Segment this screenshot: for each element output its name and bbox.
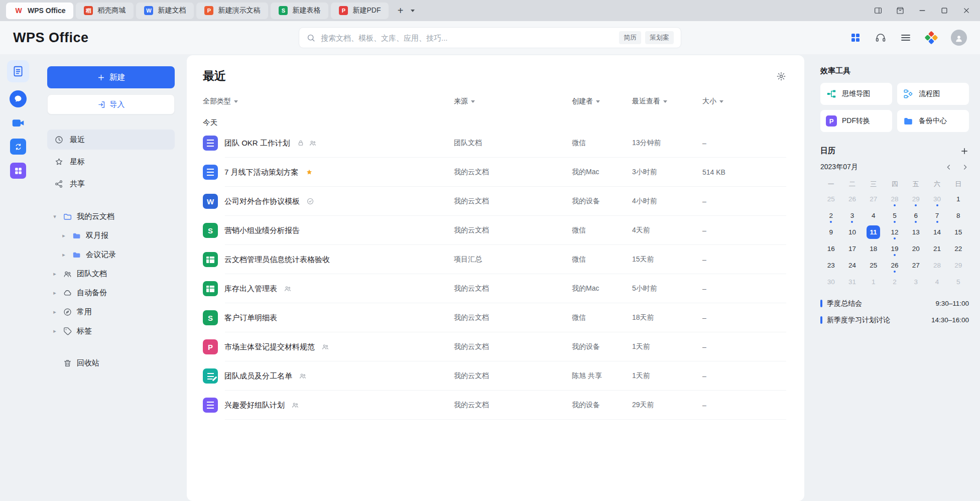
- calendar-day[interactable]: 25: [820, 191, 841, 207]
- rail-item-meetings[interactable]: [11, 115, 26, 131]
- filter-dropdown[interactable]: 最近查看: [632, 97, 702, 106]
- file-row[interactable]: W 公司对外合作协议模板 我的云文档 我的设备 4小时前 –: [203, 187, 786, 216]
- file-row[interactable]: S 客户订单明细表 我的云文档 微信 18天前 –: [203, 303, 786, 332]
- wps-pinwheel-icon[interactable]: [925, 31, 938, 44]
- search-input[interactable]: [321, 34, 614, 42]
- window-tab[interactable]: 稻 稻壳商城: [76, 3, 134, 19]
- file-row[interactable]: 云文档管理员信息统计表格验收 项目汇总 微信 15天前 –: [203, 245, 786, 274]
- sidebar-tree-item[interactable]: 标签: [47, 321, 175, 340]
- calendar-day[interactable]: 7: [926, 207, 947, 224]
- tool-tile[interactable]: 备份中心: [897, 110, 969, 132]
- apps-grid-icon[interactable]: [849, 32, 862, 44]
- close-icon[interactable]: [962, 6, 971, 15]
- sidebar-item-trash[interactable]: 回收站: [47, 353, 175, 372]
- calendar-day[interactable]: 13: [905, 224, 926, 240]
- filter-dropdown[interactable]: 大小: [702, 97, 786, 106]
- calendar-day[interactable]: 10: [841, 224, 863, 240]
- calendar-day[interactable]: 30: [926, 191, 947, 207]
- minimize-icon[interactable]: [918, 6, 927, 15]
- sidebar-nav-item[interactable]: 最近: [47, 130, 175, 150]
- calendar-day[interactable]: 1: [863, 274, 884, 290]
- rail-item-documents[interactable]: [7, 60, 29, 82]
- caret-icon[interactable]: [51, 328, 58, 334]
- menu-icon[interactable]: [900, 32, 912, 44]
- new-document-button[interactable]: 新建: [47, 66, 175, 88]
- rail-item-transfer[interactable]: [10, 139, 26, 155]
- tab-list-chevron-icon[interactable]: [411, 10, 415, 12]
- window-tab[interactable]: W WPS Office: [6, 3, 73, 19]
- sidebar-tree-item[interactable]: 会议记录: [47, 245, 175, 264]
- calendar-day[interactable]: 21: [926, 240, 947, 257]
- calendar-day[interactable]: 25: [863, 257, 884, 274]
- calendar-day[interactable]: 29: [905, 191, 926, 207]
- add-event-icon[interactable]: [960, 147, 969, 156]
- caret-icon[interactable]: [60, 232, 67, 239]
- file-row[interactable]: 库存出入管理表 我的云文档 我的Mac 5小时前 –: [203, 274, 786, 303]
- user-avatar[interactable]: [951, 30, 967, 46]
- search-hot-tag[interactable]: 简历: [619, 31, 641, 44]
- tool-tile[interactable]: 流程图: [897, 83, 969, 105]
- calendar-day[interactable]: 26: [841, 191, 863, 207]
- sidebar-layout-icon[interactable]: [874, 6, 883, 15]
- sidebar-tree-item[interactable]: 团队文档: [47, 264, 175, 283]
- window-tab[interactable]: S 新建表格: [271, 3, 328, 19]
- calendar-day[interactable]: 16: [820, 240, 841, 257]
- sidebar-tree-item[interactable]: 常用: [47, 302, 175, 321]
- calendar-day[interactable]: 6: [905, 207, 926, 224]
- window-tab[interactable]: P 新建演示文稿: [196, 3, 268, 19]
- file-row[interactable]: 兴趣爱好组队计划 我的云文档 我的设备 29天前 –: [203, 391, 786, 420]
- tool-tile[interactable]: 思维导图: [820, 83, 892, 105]
- calendar-event[interactable]: 新季度学习计划讨论 14:30–16:00: [820, 313, 969, 327]
- prev-month-icon[interactable]: [945, 163, 953, 171]
- file-row[interactable]: 团队 OKR 工作计划 团队文档 微信 13分钟前 –: [203, 129, 786, 158]
- calendar-day[interactable]: 30: [820, 274, 841, 290]
- calendar-day[interactable]: 9: [820, 224, 841, 240]
- next-month-icon[interactable]: [961, 163, 969, 171]
- filter-dropdown[interactable]: 来源: [454, 97, 572, 106]
- file-row[interactable]: S 营销小组业绩分析报告 我的云文档 微信 4天前 –: [203, 216, 786, 245]
- calendar-day[interactable]: 5: [884, 207, 905, 224]
- calendar-day[interactable]: 12: [884, 224, 905, 240]
- window-tab[interactable]: P 新建PDF: [331, 3, 389, 19]
- caret-icon[interactable]: [51, 309, 58, 315]
- tool-tile[interactable]: P PDF转换: [820, 110, 892, 132]
- caret-icon[interactable]: [60, 252, 67, 258]
- calendar-day[interactable]: 31: [841, 274, 863, 290]
- package-icon[interactable]: [896, 6, 905, 15]
- sidebar-tree-item[interactable]: 自动备份: [47, 283, 175, 302]
- calendar-day[interactable]: 22: [948, 240, 969, 257]
- calendar-day[interactable]: 4: [926, 274, 947, 290]
- sidebar-nav-item[interactable]: 星标: [47, 152, 175, 172]
- maximize-icon[interactable]: [940, 6, 949, 15]
- calendar-day[interactable]: 3: [905, 274, 926, 290]
- calendar-day[interactable]: 1: [948, 191, 969, 207]
- search-bar[interactable]: 简历策划案: [299, 27, 681, 48]
- calendar-day[interactable]: 28: [926, 257, 947, 274]
- calendar-event[interactable]: 季度总结会 9:30–11:00: [820, 296, 969, 311]
- calendar-day[interactable]: 26: [884, 257, 905, 274]
- import-button[interactable]: 导入: [47, 94, 175, 114]
- sidebar-nav-item[interactable]: 共享: [47, 174, 175, 194]
- search-hot-tag[interactable]: 策划案: [645, 31, 674, 44]
- calendar-day[interactable]: 8: [948, 207, 969, 224]
- support-headset-icon[interactable]: [875, 32, 887, 44]
- file-row[interactable]: 7 月线下活动策划方案 我的云文档 我的Mac 3小时前 514 KB: [203, 158, 786, 187]
- calendar-day[interactable]: 27: [863, 191, 884, 207]
- sidebar-tree-item[interactable]: 我的云文档: [47, 207, 175, 226]
- calendar-day[interactable]: 20: [905, 240, 926, 257]
- list-settings-gear-icon[interactable]: [776, 71, 786, 81]
- calendar-day[interactable]: 23: [820, 257, 841, 274]
- calendar-day[interactable]: 18: [863, 240, 884, 257]
- calendar-day[interactable]: 14: [926, 224, 947, 240]
- calendar-day[interactable]: 27: [905, 257, 926, 274]
- filter-dropdown[interactable]: 全部类型: [203, 97, 454, 106]
- new-tab-button[interactable]: +: [394, 4, 407, 17]
- calendar-day[interactable]: 5: [948, 274, 969, 290]
- calendar-day[interactable]: 15: [948, 224, 969, 240]
- calendar-day[interactable]: 24: [841, 257, 863, 274]
- sidebar-tree-item[interactable]: 双月报: [47, 226, 175, 245]
- rail-item-messages[interactable]: [10, 90, 27, 107]
- caret-icon[interactable]: [51, 213, 58, 220]
- file-row[interactable]: 团队成员及分工名单 我的云文档 陈旭 共享 1天前 –: [203, 361, 786, 391]
- caret-icon[interactable]: [51, 290, 58, 296]
